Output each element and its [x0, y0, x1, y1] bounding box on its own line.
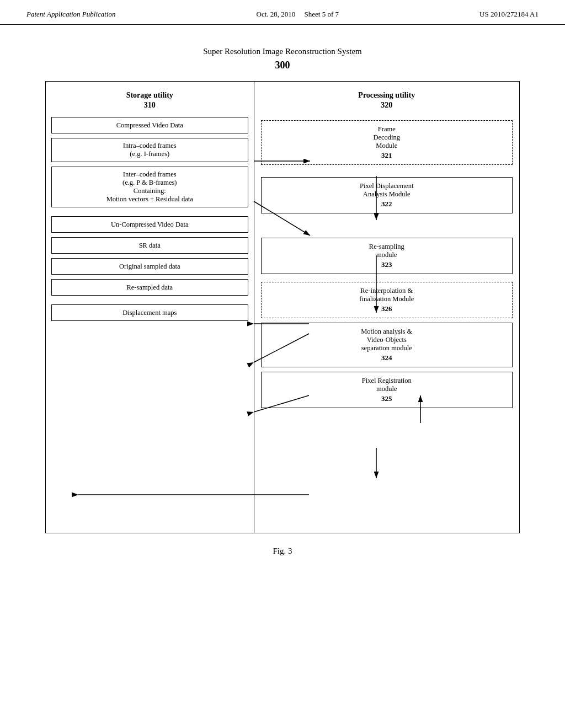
frame-decoding-module: FrameDecodingModule 321: [261, 120, 513, 165]
compressed-video-box: Compressed Video Data: [51, 117, 248, 133]
header-publication-label: Patent Application Publication: [26, 10, 116, 19]
header-sheet: Sheet 5 of 7: [305, 10, 339, 18]
intra-coded-box: Intra–coded frames(e.g. I-frames): [51, 138, 248, 162]
diagram-title: Super Resolution Image Reconstruction Sy…: [203, 47, 361, 56]
diagram-area: Storage utility 310 Compressed Video Dat…: [45, 81, 520, 533]
storage-panel: Storage utility 310 Compressed Video Dat…: [46, 82, 254, 533]
figure-label: Fig. 3: [273, 547, 292, 556]
main-content: Super Resolution Image Reconstruction Sy…: [0, 25, 565, 578]
resampled-data-box: Re-sampled data: [51, 279, 248, 296]
pixel-displacement-module: Pixel DisplacementAnalysis Module 322: [261, 177, 513, 213]
main-diagram-box: Storage utility 310 Compressed Video Dat…: [45, 81, 520, 533]
header-date-sheet: Oct. 28, 2010 Sheet 5 of 7: [257, 10, 339, 19]
displacement-maps-box: Displacement maps: [51, 304, 248, 321]
resampling-module: Re-samplingmodule 323: [261, 238, 513, 274]
page-header: Patent Application Publication Oct. 28, …: [0, 0, 565, 25]
diagram-number: 300: [275, 60, 290, 71]
inter-coded-box: Inter–coded frames(e.g. P & B-frames)Con…: [51, 167, 248, 207]
header-patent-number: US 2010/272184 A1: [479, 10, 539, 19]
processing-title: Processing utility 320: [254, 87, 519, 110]
motion-analysis-module: Motion analysis &Video-Objectsseparation…: [261, 323, 513, 367]
reinterpolation-module: Re-interpolation &finalization Module 32…: [261, 282, 513, 318]
storage-title: Storage utility 310: [46, 87, 254, 110]
sr-data-box: SR data: [51, 237, 248, 254]
processing-panel: Processing utility 320 FrameDecodingModu…: [254, 82, 519, 533]
header-date: Oct. 28, 2010: [257, 10, 296, 18]
pixel-registration-module: Pixel Registrationmodule 325: [261, 372, 513, 408]
uncompressed-video-box: Un-Compressed Video Data: [51, 216, 248, 233]
original-sampled-box: Original sampled data: [51, 258, 248, 275]
